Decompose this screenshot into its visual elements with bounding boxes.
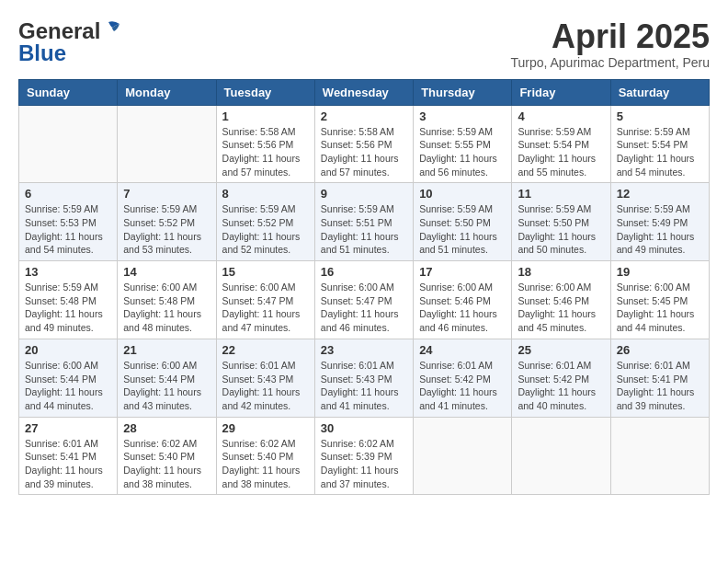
calendar-table: Sunday Monday Tuesday Wednesday Thursday…	[18, 79, 710, 496]
calendar-cell: 23Sunrise: 6:01 AM Sunset: 5:43 PM Dayli…	[314, 339, 413, 417]
calendar-cell: 11Sunrise: 5:59 AM Sunset: 5:50 PM Dayli…	[512, 183, 610, 261]
day-number: 23	[321, 343, 407, 357]
calendar-cell	[512, 417, 610, 495]
calendar-cell: 20Sunrise: 6:00 AM Sunset: 5:44 PM Dayli…	[19, 339, 118, 417]
calendar-cell	[19, 105, 118, 183]
calendar-cell: 10Sunrise: 5:59 AM Sunset: 5:50 PM Dayli…	[414, 183, 512, 261]
day-number: 27	[25, 421, 111, 435]
page-header: General Blue April 2025 Turpo, Apurimac …	[18, 18, 710, 70]
day-number: 19	[617, 265, 703, 279]
day-number: 30	[321, 421, 407, 435]
day-number: 20	[25, 343, 111, 357]
day-number: 26	[617, 343, 703, 357]
calendar-cell: 27Sunrise: 6:01 AM Sunset: 5:41 PM Dayli…	[19, 417, 118, 495]
calendar-cell: 24Sunrise: 6:01 AM Sunset: 5:42 PM Dayli…	[414, 339, 512, 417]
calendar-cell: 25Sunrise: 6:01 AM Sunset: 5:42 PM Dayli…	[512, 339, 610, 417]
day-info: Sunrise: 5:59 AM Sunset: 5:53 PM Dayligh…	[25, 202, 111, 257]
header-monday: Monday	[118, 79, 216, 105]
calendar-cell: 2Sunrise: 5:58 AM Sunset: 5:56 PM Daylig…	[314, 105, 413, 183]
day-number: 6	[25, 187, 111, 201]
day-number: 11	[518, 187, 604, 201]
header-wednesday: Wednesday	[314, 79, 413, 105]
calendar-cell: 28Sunrise: 6:02 AM Sunset: 5:40 PM Dayli…	[118, 417, 216, 495]
calendar-cell: 19Sunrise: 6:00 AM Sunset: 5:45 PM Dayli…	[610, 261, 709, 339]
day-info: Sunrise: 6:00 AM Sunset: 5:44 PM Dayligh…	[25, 359, 111, 413]
calendar-cell: 13Sunrise: 5:59 AM Sunset: 5:48 PM Dayli…	[19, 261, 118, 339]
logo-blue: Blue	[18, 40, 66, 66]
logo: General Blue	[18, 18, 121, 66]
day-number: 16	[321, 265, 407, 279]
day-info: Sunrise: 6:01 AM Sunset: 5:42 PM Dayligh…	[518, 359, 604, 413]
calendar-cell: 30Sunrise: 6:02 AM Sunset: 5:39 PM Dayli…	[314, 417, 413, 495]
calendar-cell: 1Sunrise: 5:58 AM Sunset: 5:56 PM Daylig…	[216, 105, 314, 183]
day-info: Sunrise: 5:59 AM Sunset: 5:50 PM Dayligh…	[419, 202, 506, 257]
calendar-cell: 14Sunrise: 6:00 AM Sunset: 5:48 PM Dayli…	[118, 261, 216, 339]
calendar-cell: 12Sunrise: 5:59 AM Sunset: 5:49 PM Dayli…	[610, 183, 709, 261]
day-info: Sunrise: 6:00 AM Sunset: 5:48 PM Dayligh…	[123, 281, 210, 335]
day-number: 28	[123, 421, 210, 435]
day-number: 24	[419, 343, 506, 357]
day-info: Sunrise: 5:59 AM Sunset: 5:50 PM Dayligh…	[518, 202, 604, 257]
day-info: Sunrise: 5:59 AM Sunset: 5:52 PM Dayligh…	[123, 202, 210, 257]
day-info: Sunrise: 6:00 AM Sunset: 5:47 PM Dayligh…	[321, 281, 407, 335]
day-info: Sunrise: 6:00 AM Sunset: 5:46 PM Dayligh…	[518, 281, 604, 335]
calendar-cell	[118, 105, 216, 183]
calendar-cell: 4Sunrise: 5:59 AM Sunset: 5:54 PM Daylig…	[512, 105, 610, 183]
calendar-week-1: 1Sunrise: 5:58 AM Sunset: 5:56 PM Daylig…	[19, 105, 710, 183]
day-number: 4	[518, 109, 604, 123]
calendar-week-2: 6Sunrise: 5:59 AM Sunset: 5:53 PM Daylig…	[19, 183, 710, 261]
day-info: Sunrise: 5:58 AM Sunset: 5:56 PM Dayligh…	[222, 125, 309, 179]
header-sunday: Sunday	[19, 79, 118, 105]
calendar-cell: 9Sunrise: 5:59 AM Sunset: 5:51 PM Daylig…	[314, 183, 413, 261]
day-number: 21	[123, 343, 210, 357]
day-info: Sunrise: 6:01 AM Sunset: 5:41 PM Dayligh…	[617, 359, 703, 413]
day-info: Sunrise: 6:00 AM Sunset: 5:47 PM Dayligh…	[222, 281, 309, 335]
calendar-week-5: 27Sunrise: 6:01 AM Sunset: 5:41 PM Dayli…	[19, 417, 710, 495]
day-info: Sunrise: 5:58 AM Sunset: 5:56 PM Dayligh…	[321, 125, 407, 179]
day-info: Sunrise: 5:59 AM Sunset: 5:54 PM Dayligh…	[518, 125, 604, 179]
calendar-cell: 29Sunrise: 6:02 AM Sunset: 5:40 PM Dayli…	[216, 417, 314, 495]
day-number: 5	[617, 109, 703, 123]
day-info: Sunrise: 5:59 AM Sunset: 5:54 PM Dayligh…	[617, 125, 703, 179]
day-number: 29	[222, 421, 309, 435]
day-info: Sunrise: 5:59 AM Sunset: 5:51 PM Dayligh…	[321, 202, 407, 257]
calendar-cell: 18Sunrise: 6:00 AM Sunset: 5:46 PM Dayli…	[512, 261, 610, 339]
day-info: Sunrise: 6:02 AM Sunset: 5:40 PM Dayligh…	[123, 437, 210, 491]
day-info: Sunrise: 5:59 AM Sunset: 5:49 PM Dayligh…	[617, 202, 703, 257]
day-info: Sunrise: 6:01 AM Sunset: 5:41 PM Dayligh…	[25, 437, 111, 491]
calendar-cell: 16Sunrise: 6:00 AM Sunset: 5:47 PM Dayli…	[314, 261, 413, 339]
calendar-cell	[414, 417, 512, 495]
day-number: 13	[25, 265, 111, 279]
calendar-cell: 26Sunrise: 6:01 AM Sunset: 5:41 PM Dayli…	[610, 339, 709, 417]
day-number: 7	[123, 187, 210, 201]
day-number: 22	[222, 343, 309, 357]
calendar-cell: 21Sunrise: 6:00 AM Sunset: 5:44 PM Dayli…	[118, 339, 216, 417]
day-info: Sunrise: 5:59 AM Sunset: 5:55 PM Dayligh…	[419, 125, 506, 179]
day-number: 9	[321, 187, 407, 201]
month-title: April 2025	[510, 18, 710, 55]
calendar-cell: 17Sunrise: 6:00 AM Sunset: 5:46 PM Dayli…	[414, 261, 512, 339]
calendar-cell	[610, 417, 709, 495]
day-info: Sunrise: 6:00 AM Sunset: 5:45 PM Dayligh…	[617, 281, 703, 335]
day-info: Sunrise: 5:59 AM Sunset: 5:48 PM Dayligh…	[25, 281, 111, 335]
day-number: 12	[617, 187, 703, 201]
day-info: Sunrise: 6:01 AM Sunset: 5:42 PM Dayligh…	[419, 359, 506, 413]
day-number: 1	[222, 109, 309, 123]
day-number: 8	[222, 187, 309, 201]
day-number: 2	[321, 109, 407, 123]
day-number: 10	[419, 187, 506, 201]
day-number: 14	[123, 265, 210, 279]
day-number: 17	[419, 265, 506, 279]
day-info: Sunrise: 6:01 AM Sunset: 5:43 PM Dayligh…	[222, 359, 309, 413]
day-info: Sunrise: 6:02 AM Sunset: 5:39 PM Dayligh…	[321, 437, 407, 491]
day-number: 3	[419, 109, 506, 123]
calendar-header-row: Sunday Monday Tuesday Wednesday Thursday…	[19, 79, 710, 105]
logo-bird-icon	[101, 20, 121, 37]
calendar-week-4: 20Sunrise: 6:00 AM Sunset: 5:44 PM Dayli…	[19, 339, 710, 417]
calendar-cell: 22Sunrise: 6:01 AM Sunset: 5:43 PM Dayli…	[216, 339, 314, 417]
calendar-cell: 7Sunrise: 5:59 AM Sunset: 5:52 PM Daylig…	[118, 183, 216, 261]
header-saturday: Saturday	[610, 79, 709, 105]
day-info: Sunrise: 6:00 AM Sunset: 5:44 PM Dayligh…	[123, 359, 210, 413]
day-info: Sunrise: 6:01 AM Sunset: 5:43 PM Dayligh…	[321, 359, 407, 413]
header-thursday: Thursday	[414, 79, 512, 105]
